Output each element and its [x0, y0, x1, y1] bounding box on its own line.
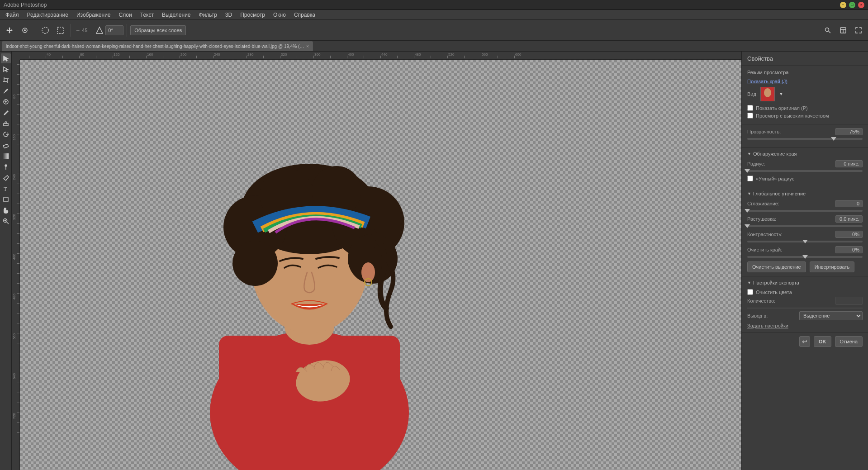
- crop-tool-button[interactable]: [1, 75, 11, 85]
- svg-marker-4: [96, 27, 103, 33]
- menu-text[interactable]: Текст: [137, 11, 157, 19]
- show-edge-link[interactable]: Показать край (J): [747, 79, 787, 84]
- eyedropper-button[interactable]: [1, 86, 11, 96]
- smooth-thumb[interactable]: [745, 209, 750, 213]
- feather-thumb[interactable]: [745, 224, 750, 228]
- ruler-top: 4080120160200240280320360400440480520560…: [20, 52, 741, 60]
- selection-tool-button[interactable]: [1, 53, 11, 63]
- cancel-button[interactable]: Отмена: [835, 336, 863, 347]
- main-layout: T 40801201602002402803203604004404805205…: [0, 52, 868, 470]
- view-mode-header[interactable]: Режим просмотра: [747, 70, 863, 75]
- shift-edge-slider[interactable]: [747, 256, 863, 258]
- smooth-label: Сглаживание:: [747, 201, 779, 206]
- radius-thumb[interactable]: [745, 169, 750, 173]
- edge-detection-header[interactable]: ▼ Обнаружение края: [747, 151, 863, 157]
- tab-close-button[interactable]: ×: [306, 44, 309, 49]
- maximize-button[interactable]: □: [849, 2, 855, 8]
- amount-input[interactable]: [835, 297, 863, 305]
- contrast-slider[interactable]: [747, 241, 863, 242]
- export-settings-header[interactable]: ▼ Настройки экспорта: [747, 280, 863, 285]
- global-refine-header[interactable]: ▼ Глобальное уточнение: [747, 191, 863, 196]
- hand-button[interactable]: [1, 205, 11, 215]
- workspace-button[interactable]: [836, 24, 850, 37]
- menu-select[interactable]: Выделение: [158, 11, 194, 19]
- menu-3d[interactable]: 3D: [222, 11, 236, 19]
- shift-edge-thumb[interactable]: [802, 255, 808, 259]
- dodge-button[interactable]: [1, 162, 11, 172]
- view-dropdown-button[interactable]: ▼: [778, 90, 785, 98]
- show-original-checkbox[interactable]: [747, 105, 753, 111]
- shift-edge-value: 0%: [835, 246, 863, 253]
- subject-svg: [128, 73, 536, 470]
- close-button[interactable]: ×: [858, 2, 864, 8]
- high-quality-row: Просмотр с высоким качеством: [747, 113, 863, 119]
- toolbar-separator-2: [71, 24, 71, 37]
- tab-filename: indoor-shot-young-cheerful-dark-haired-w…: [6, 44, 304, 49]
- feather-label: Растушевка:: [747, 216, 776, 222]
- toolbar-separator-1: [35, 24, 35, 37]
- expand-button[interactable]: [852, 24, 865, 37]
- direct-select-button[interactable]: [1, 64, 11, 74]
- view-mode-label: Режим просмотра: [747, 70, 788, 75]
- menu-layers[interactable]: Слои: [115, 11, 136, 19]
- view-thumbnail[interactable]: [760, 87, 775, 101]
- menu-filter[interactable]: Фильтр: [195, 11, 221, 19]
- transparency-row: Прозрачность: 75%: [747, 128, 863, 135]
- menu-help[interactable]: Справка: [290, 11, 319, 19]
- svg-rect-3: [57, 27, 64, 33]
- clear-selection-button[interactable]: Очистить выделение: [747, 261, 806, 272]
- gradient-button[interactable]: [1, 151, 11, 161]
- svg-line-25: [6, 222, 9, 224]
- output-to-select[interactable]: Выделение: [799, 311, 863, 320]
- reset-button[interactable]: ↩: [799, 336, 810, 347]
- toolbar-separator-4: [127, 24, 127, 37]
- high-quality-checkbox[interactable]: [747, 113, 753, 119]
- transparency-thumb[interactable]: [831, 137, 836, 141]
- canvas-area[interactable]: 4080120160200240280320360400440480520560…: [12, 52, 741, 470]
- show-original-label: Показать оригинал (P): [756, 105, 808, 111]
- stamp-button[interactable]: [1, 119, 11, 128]
- ruler-corner: [12, 52, 20, 60]
- history-brush-button[interactable]: [1, 129, 11, 139]
- rect-marquee-button[interactable]: [54, 24, 67, 37]
- minimize-button[interactable]: −: [840, 2, 846, 8]
- eraser-button[interactable]: [1, 140, 11, 150]
- menu-image[interactable]: Изображение: [73, 11, 114, 19]
- last-settings-link[interactable]: Задать настройки: [747, 323, 788, 328]
- angle-input[interactable]: [105, 25, 123, 35]
- smooth-slider[interactable]: [747, 210, 863, 212]
- heal-button[interactable]: [1, 97, 11, 107]
- menu-file[interactable]: Файл: [2, 11, 23, 19]
- move-tool-button[interactable]: [3, 24, 16, 37]
- radius-row: Радиус: 0 пикс.: [747, 160, 863, 167]
- zoom-button[interactable]: [1, 216, 11, 226]
- ok-button[interactable]: OK: [814, 336, 831, 347]
- contrast-thumb[interactable]: [802, 240, 808, 243]
- pen-button[interactable]: [1, 173, 11, 183]
- search-button[interactable]: [821, 24, 835, 37]
- feather-slider[interactable]: [747, 225, 863, 227]
- menu-edit[interactable]: Редактирование: [24, 11, 72, 19]
- invert-button[interactable]: Инвертировать: [810, 261, 854, 272]
- menu-window[interactable]: Окно: [270, 11, 289, 19]
- export-settings-label: Настройки экспорта: [753, 280, 799, 285]
- document-tab[interactable]: indoor-shot-young-cheerful-dark-haired-w…: [2, 41, 313, 51]
- window-chrome: Adobe Photoshop − □ ×: [0, 0, 868, 10]
- menu-view[interactable]: Просмотр: [237, 11, 269, 19]
- radius-slider[interactable]: [747, 170, 863, 172]
- smart-radius-checkbox[interactable]: [747, 176, 753, 181]
- edge-detection-label: Обнаружение края: [753, 151, 797, 157]
- type-button[interactable]: T: [1, 184, 11, 194]
- all-layers-button[interactable]: Образцы всех слоев: [130, 25, 186, 35]
- shape-button[interactable]: [1, 195, 11, 204]
- brush-button[interactable]: [1, 108, 11, 118]
- canvas-viewport[interactable]: [20, 60, 741, 470]
- contrast-row: Контрастность: 0%: [747, 231, 863, 238]
- smooth-value: 0: [835, 200, 863, 207]
- radius-label: Радиус:: [747, 161, 765, 166]
- smooth-row: Сглаживание: 0: [747, 200, 863, 207]
- transparency-slider[interactable]: [747, 138, 863, 140]
- ellipse-marquee-button[interactable]: [38, 24, 52, 37]
- decontaminate-checkbox[interactable]: [747, 289, 753, 295]
- brush-tool-button[interactable]: [18, 24, 32, 37]
